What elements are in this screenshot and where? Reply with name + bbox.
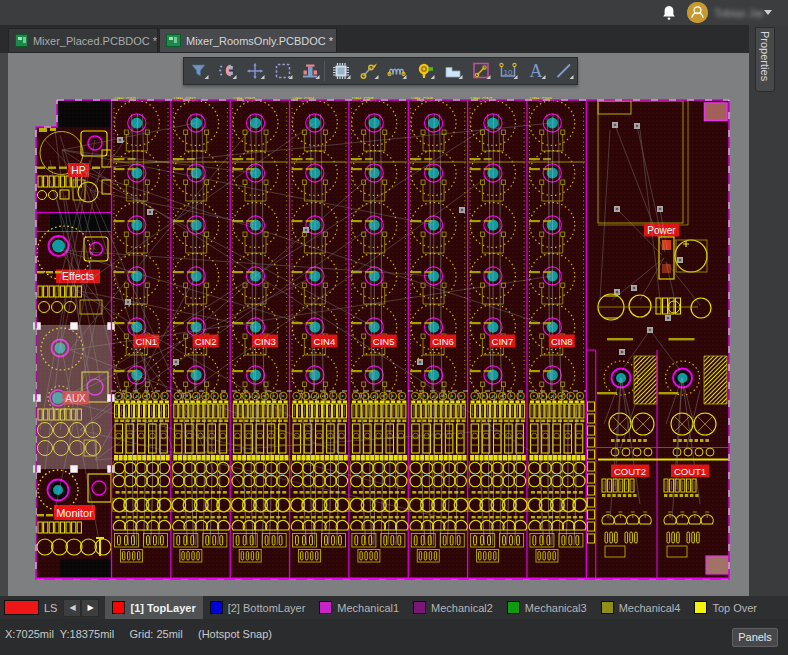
svg-text:CIN7: CIN7 (492, 336, 514, 347)
svg-text:A: A (530, 61, 543, 81)
svg-text:COUT1: COUT1 (674, 466, 706, 477)
svg-text:CIN5: CIN5 (373, 336, 395, 347)
svg-text:Monitor: Monitor (56, 507, 93, 519)
svg-text:CIN4: CIN4 (314, 336, 336, 347)
svg-text:10: 10 (504, 68, 513, 77)
svg-text:CIN6: CIN6 (432, 336, 454, 347)
svg-text:COUT2: COUT2 (614, 466, 646, 477)
svg-text:HP: HP (71, 164, 86, 176)
svg-text:CIN8: CIN8 (551, 336, 573, 347)
